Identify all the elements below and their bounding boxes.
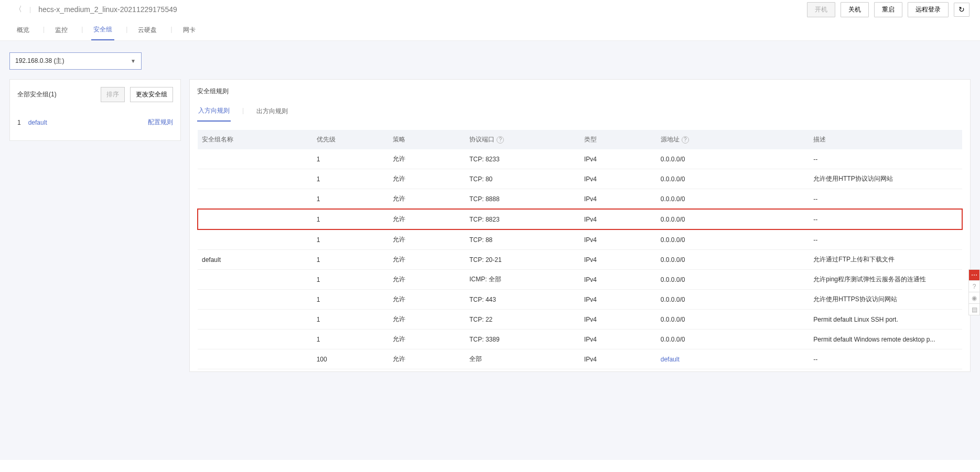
table-row: 1允许ICMP: 全部IPv40.0.0.0/0允许ping程序测试弹性云服务器… [198,270,962,290]
tab-monitor[interactable]: 监控 [53,23,70,40]
table-header-row: 安全组名称 优先级 策略 协议端口? 类型 源地址? 描述 [198,130,962,149]
tab-outbound[interactable]: 出方向规则 [255,104,289,121]
cell-type: IPv4 [580,310,656,330]
help-icon[interactable]: ? [682,136,689,144]
back-button[interactable]: 〈 [15,5,22,14]
separator: | [126,26,127,33]
cell-group-name [198,209,313,229]
cell-group-name [198,290,313,310]
cell-policy: 允许 [389,169,465,189]
cell-desc: Permit default Linux SSH port. [809,310,962,330]
cell-type: IPv4 [580,290,656,310]
cell-priority[interactable]: 1 [313,270,389,290]
tab-overview[interactable]: 概览 [15,23,31,40]
cell-source: 0.0.0.0/0 [656,209,810,229]
cell-desc: 允许使用HTTP协议访问网站 [809,169,962,189]
col-desc: 描述 [809,130,962,149]
cell-source: 0.0.0.0/0 [656,290,810,310]
cell-source: 0.0.0.0/0 [656,310,810,330]
remote-login-button[interactable]: 远程登录 [908,2,949,17]
cell-protocol: TCP: 20-21 [465,250,580,270]
ip-selector[interactable]: 192.168.0.38 (主) ▼ [9,52,142,70]
separator: | [43,26,45,33]
cell-priority[interactable]: 1 [313,290,389,310]
page-title: hecs-x_medium_2_linux-20211229175549 [38,5,177,14]
cell-priority[interactable]: 1 [313,250,389,270]
cell-type: IPv4 [580,149,656,169]
col-name: 安全组名称 [198,130,313,149]
cell-protocol: TCP: 3389 [465,330,580,349]
cell-policy: 允许 [389,290,465,310]
cell-priority[interactable]: 1 [313,209,389,229]
two-column-layout: 全部安全组(1) 排序 更改安全组 1 default 配置规则 安全组规则 入… [9,79,971,372]
cell-desc: 允许ping程序测试弹性云服务器的连通性 [809,270,962,290]
table-row: 1允许TCP: 8823IPv40.0.0.0/0-- [198,209,962,229]
cell-protocol: TCP: 80 [465,169,580,189]
cell-protocol: TCP: 8888 [465,189,580,210]
page-header: 〈 | hecs-x_medium_2_linux-20211229175549… [0,0,980,19]
cell-group-name [198,270,313,290]
cell-type: IPv4 [580,250,656,270]
cell-priority[interactable]: 1 [313,149,389,169]
cell-priority[interactable]: 1 [313,330,389,349]
cell-protocol: TCP: 8823 [465,209,580,229]
col-source: 源地址? [656,130,810,149]
configure-rules-link[interactable]: 配置规则 [148,118,173,127]
cell-group-name [198,149,313,169]
content: 192.168.0.38 (主) ▼ 全部安全组(1) 排序 更改安全组 1 d… [0,41,980,460]
cell-source: 0.0.0.0/0 [656,169,810,189]
cell-source: default [656,349,810,369]
tab-security-group[interactable]: 安全组 [91,22,114,40]
cell-source: 0.0.0.0/0 [656,149,810,169]
help-tool[interactable]: ? [968,281,980,292]
tab-inbound[interactable]: 入方向规则 [197,103,231,122]
cell-desc: -- [809,149,962,169]
cell-policy: 允许 [389,270,465,290]
cell-priority[interactable]: 1 [313,310,389,330]
col-protocol: 协议端口? [465,130,580,149]
cell-priority[interactable]: 1 [313,189,389,210]
cell-protocol: TCP: 88 [465,229,580,250]
feedback-tool[interactable]: ⋯ [968,269,980,281]
tab-nic[interactable]: 网卡 [181,23,198,40]
col-type: 类型 [580,130,656,149]
cell-group-name [198,169,313,189]
cell-protocol: TCP: 443 [465,290,580,310]
tab-disk[interactable]: 云硬盘 [136,23,159,40]
table-row: 1允许TCP: 3389IPv40.0.0.0/0Permit default … [198,330,962,349]
cell-protocol: TCP: 8233 [465,149,580,169]
sg-index: 1 [17,119,21,126]
restart-button[interactable]: 重启 [874,2,902,17]
cell-source: 0.0.0.0/0 [656,189,810,210]
cell-policy: 允许 [389,310,465,330]
refresh-button[interactable]: ↻ [954,3,970,17]
change-sg-button[interactable]: 更改安全组 [130,87,173,102]
cell-group-name [198,330,313,349]
table-row: default1允许TCP: 20-21IPv40.0.0.0/0允许通过FTP… [198,250,962,270]
right-panel-title: 安全组规则 [197,87,963,96]
cell-priority[interactable]: 100 [313,349,389,369]
cell-priority[interactable]: 1 [313,229,389,250]
cell-policy: 允许 [389,209,465,229]
cell-type: IPv4 [580,229,656,250]
tabs-bar: 概览 | 监控 | 安全组 | 云硬盘 | 网卡 [0,19,980,41]
cell-desc: -- [809,229,962,250]
eye-tool[interactable]: ◉ [968,292,980,304]
cell-group-name [198,229,313,250]
cell-priority[interactable]: 1 [313,169,389,189]
separator: | [29,6,31,13]
cell-group-name: default [198,250,313,270]
doc-tool[interactable]: ▤ [968,304,980,315]
power-on-button: 开机 [807,2,835,17]
source-link[interactable]: default [661,356,680,363]
table-row: 1允许TCP: 88IPv40.0.0.0/0-- [198,229,962,250]
cell-source: 0.0.0.0/0 [656,270,810,290]
help-icon[interactable]: ? [497,136,504,144]
cell-policy: 允许 [389,149,465,169]
separator: | [81,26,83,33]
cell-group-name [198,310,313,330]
power-off-button[interactable]: 关机 [841,2,869,17]
sg-name-link[interactable]: default [28,119,47,126]
rules-table: 安全组名称 优先级 策略 协议端口? 类型 源地址? 描述 1允许TCP: 82… [197,130,963,369]
cell-source: 0.0.0.0/0 [656,229,810,250]
